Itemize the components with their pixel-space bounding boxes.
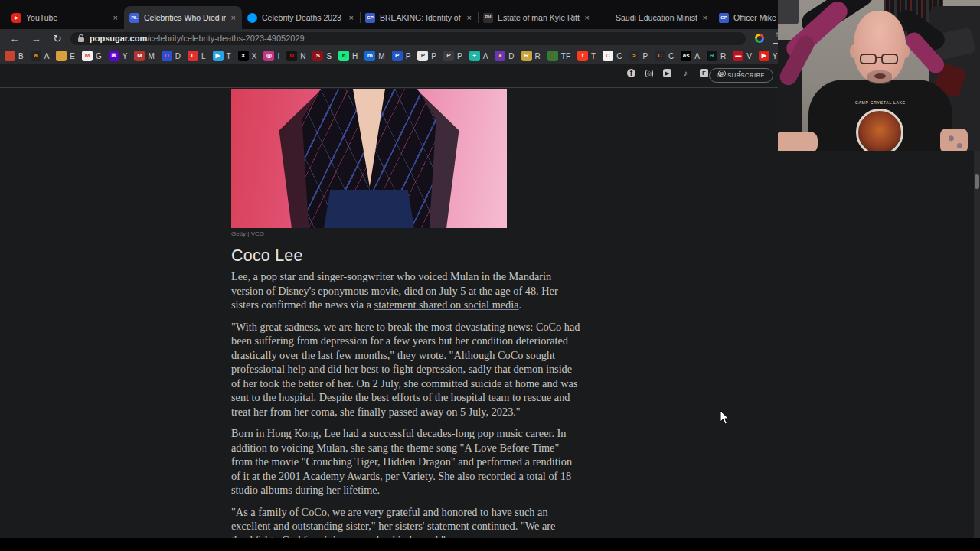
bookmark-label: G (96, 52, 102, 60)
tab-close-icon[interactable]: × (584, 13, 590, 22)
bookmark-item[interactable]: B (5, 51, 24, 61)
scrollbar-thumb[interactable] (975, 174, 979, 189)
bookmark-item[interactable]: ▶Y (759, 51, 778, 61)
bookmark-item[interactable]: hH (338, 51, 358, 61)
tab-favicon-icon: PS. (129, 13, 139, 23)
bookmark-item[interactable]: ●D (495, 51, 514, 61)
bookmark-item[interactable]: ◎I (263, 51, 279, 61)
url-domain: popsugar.com (90, 34, 147, 43)
subscribe-label: SUBSCRIBE (727, 72, 765, 79)
bookmark-favicon-icon: ◎ (263, 51, 274, 61)
browser-tab[interactable]: PS. Celebrities Who Died in 2023 | P × (124, 6, 242, 29)
article-heading: Coco Lee (231, 246, 303, 266)
bookmark-item[interactable]: ▬V (733, 51, 752, 61)
bookmark-item[interactable]: +A (469, 51, 488, 61)
bookmark-label: R (535, 52, 541, 60)
webcam-face-lighting (848, 8, 913, 84)
bookmark-item[interactable]: XX (238, 51, 257, 61)
paragraph-4: "As a family of CoCo, we are very gratef… (231, 505, 582, 539)
lock-icon (78, 37, 84, 42)
bookmark-item[interactable]: >P (629, 51, 648, 61)
bookmark-label: T (591, 52, 596, 60)
bookmark-item[interactable]: PP (392, 51, 411, 61)
browser-tab[interactable]: –– Saudi Education Ministry directi × (596, 6, 714, 29)
bookmark-item[interactable]: MG (82, 51, 102, 61)
tiktok-icon[interactable]: ♪ (681, 69, 690, 77)
bookmark-item[interactable]: PP (443, 51, 462, 61)
bookmark-label: E (70, 52, 75, 60)
bookmark-item[interactable]: RR (521, 51, 541, 61)
instagram-icon[interactable]: ◎ (645, 70, 653, 77)
bookmark-item[interactable]: asA (681, 51, 700, 61)
tab-title: BREAKING: Identity of Jacksonvi (380, 13, 462, 22)
bookmark-favicon-icon: ✉ (109, 51, 119, 61)
address-bar[interactable]: popsugar.com/celebrity/celebrity-deaths-… (70, 32, 746, 45)
browser-tab[interactable]: PM Estate of man Kyle Rittenhouse × (478, 6, 596, 29)
tab-close-icon[interactable]: × (113, 13, 119, 22)
forward-icon[interactable]: → (29, 33, 43, 44)
bookmark-item[interactable]: ✉Y (109, 51, 128, 61)
paragraph-1: Lee, a pop star and singer-songwriter wh… (231, 269, 582, 312)
bookmark-item[interactable]: ▒TF (547, 51, 570, 61)
article-photo (231, 89, 507, 228)
bookmark-favicon-icon: t (577, 51, 588, 61)
bookmark-favicon-icon: ▬ (733, 51, 743, 61)
bookmark-label: D (508, 52, 514, 60)
bookmark-favicon-icon: m (364, 51, 375, 61)
bookmark-item[interactable]: LL (188, 51, 206, 61)
bookmark-item[interactable]: MM (134, 51, 154, 61)
browser-tab[interactable]: ▶ YouTube × (6, 6, 124, 29)
bookmark-item[interactable]: CC (655, 51, 674, 61)
bookmark-label: D (175, 52, 181, 60)
back-icon[interactable]: ← (8, 33, 21, 44)
flipboard-icon[interactable]: F (700, 69, 708, 77)
bookmark-item[interactable]: mM (364, 51, 384, 61)
bookmark-favicon-icon: C (655, 51, 665, 61)
bookmark-favicon-icon: R (521, 51, 532, 61)
streamer-tattooed-arm (940, 129, 968, 151)
statement-link[interactable]: statement shared on social media (374, 298, 519, 311)
bookmark-favicon-icon: R (707, 51, 717, 61)
bookmark-favicon-icon: ▶ (213, 51, 224, 61)
reload-icon[interactable]: ↻ (51, 33, 64, 44)
bookmark-label: A (694, 52, 700, 60)
bookmark-favicon-icon: as (681, 51, 691, 61)
tab-close-icon[interactable]: × (348, 13, 354, 22)
bookmark-favicon-icon: > (629, 51, 639, 61)
variety-link[interactable]: Variety (402, 470, 433, 482)
browser-tab[interactable]: Celebrity Deaths 2023 - USA TO × (242, 6, 360, 29)
bookmark-item[interactable]: NN (286, 51, 305, 61)
tab-close-icon[interactable]: × (466, 13, 472, 22)
tab-title: Celebrity Deaths 2023 - USA TO (262, 13, 344, 22)
article-body: Lee, a pop star and singer-songwriter wh… (231, 269, 582, 538)
bookmark-favicon-icon: ▶ (759, 51, 769, 61)
facebook-icon[interactable]: f (627, 69, 635, 77)
bookmark-favicon-icon (5, 51, 15, 61)
tab-title: Celebrities Who Died in 2023 | P (144, 13, 226, 22)
tab-title: Saudi Education Ministry directi (616, 13, 697, 22)
bookmark-label: I (277, 52, 279, 60)
bottom-letterbox-bar (0, 538, 980, 551)
tab-close-icon[interactable]: × (702, 13, 708, 22)
bookmark-item[interactable]: SS (312, 51, 332, 61)
youtube-icon[interactable]: ▶ (663, 69, 671, 77)
bookmark-label: Y (122, 52, 128, 60)
browser-tab[interactable]: GP BREAKING: Identity of Jacksonvi × (360, 6, 478, 29)
photo-credit: Getty | VCG (231, 230, 264, 237)
bookmark-item[interactable]: ▶T (213, 51, 231, 61)
bookmark-item[interactable]: aA (31, 51, 50, 61)
bookmark-item[interactable]: CC (603, 51, 622, 61)
bookmark-item[interactable]: tT (577, 51, 596, 61)
bookmark-item[interactable]: PP (417, 51, 436, 61)
envelope-icon: ✉ (717, 72, 724, 80)
bookmark-item[interactable]: E (56, 51, 75, 61)
bookmark-item[interactable]: RR (707, 51, 726, 61)
google-extension-icon[interactable] (755, 34, 764, 43)
bookmark-item[interactable]: DD (162, 51, 181, 61)
tab-favicon-icon: GP (719, 13, 729, 23)
bookmark-label: B (18, 52, 24, 60)
webcam-background-object (778, 0, 799, 24)
tab-close-icon[interactable]: × (230, 13, 237, 22)
shirt-graphic-ring (856, 109, 903, 151)
subscribe-button[interactable]: ✉ SUBSCRIBE (709, 68, 773, 83)
